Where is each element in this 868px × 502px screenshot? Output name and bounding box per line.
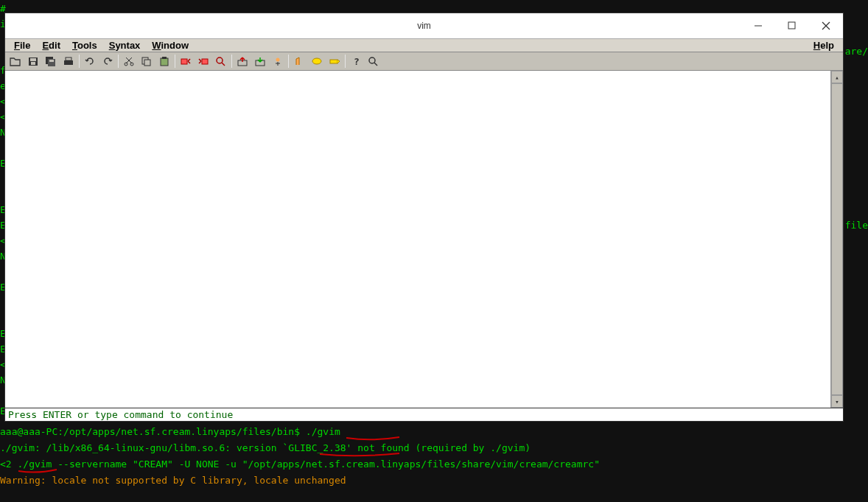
svg-rect-20 xyxy=(181,59,187,64)
svg-rect-30 xyxy=(330,60,337,63)
findhelp-icon[interactable] xyxy=(365,54,382,69)
svg-rect-10 xyxy=(64,60,73,65)
session-load-icon[interactable] xyxy=(234,54,251,69)
tags-icon[interactable] xyxy=(326,54,343,69)
svg-point-26 xyxy=(276,58,280,62)
svg-rect-17 xyxy=(144,60,150,66)
svg-point-32 xyxy=(369,57,375,63)
menu-window[interactable]: Window xyxy=(146,40,195,51)
shell-icon[interactable] xyxy=(308,54,326,69)
svg-text:?: ? xyxy=(354,56,360,66)
menu-syntax[interactable]: Syntax xyxy=(103,40,147,51)
replace-icon[interactable] xyxy=(212,54,230,69)
vim-window: vim File Edit Tools Syntax Window Help xyxy=(4,13,844,422)
svg-point-29 xyxy=(312,58,321,64)
svg-rect-1 xyxy=(788,22,795,29)
svg-line-23 xyxy=(222,63,225,66)
menu-help[interactable]: Help xyxy=(808,40,840,51)
menu-edit[interactable]: Edit xyxy=(36,40,66,51)
open-icon[interactable] xyxy=(7,54,24,69)
svg-rect-5 xyxy=(30,58,36,61)
maximize-button[interactable] xyxy=(775,13,809,38)
find-next-icon[interactable] xyxy=(195,54,212,69)
scroll-up-button[interactable]: ▴ xyxy=(831,71,843,83)
scroll-down-button[interactable]: ▾ xyxy=(831,395,843,408)
svg-rect-18 xyxy=(161,58,168,66)
svg-rect-6 xyxy=(31,62,35,65)
svg-rect-11 xyxy=(66,57,71,60)
print-icon[interactable] xyxy=(60,54,77,69)
svg-point-22 xyxy=(217,57,223,63)
saveall-icon[interactable] xyxy=(42,54,60,69)
titlebar: vim xyxy=(5,13,843,38)
scrollbar-vertical[interactable]: ▴ ▾ xyxy=(830,71,843,408)
command: ./gvim xyxy=(306,426,340,437)
cut-icon[interactable] xyxy=(120,54,138,69)
text-buffer[interactable] xyxy=(5,71,830,408)
editor-area[interactable]: ▴ ▾ xyxy=(5,71,843,408)
statusbar: Press ENTER or type command to continue xyxy=(5,408,843,421)
window-title: vim xyxy=(417,21,431,31)
terminal-output: aaa@aaa-PC:/opt/apps/net.sf.cream.linyap… xyxy=(0,424,600,489)
svg-rect-9 xyxy=(49,60,54,62)
find-prev-icon[interactable] xyxy=(177,54,195,69)
svg-rect-19 xyxy=(162,57,167,59)
paste-icon[interactable] xyxy=(155,54,173,69)
status-text: Press ENTER or type command to continue xyxy=(8,409,233,420)
svg-line-33 xyxy=(374,63,377,66)
svg-rect-21 xyxy=(202,59,208,64)
copy-icon[interactable] xyxy=(138,54,155,69)
undo-icon[interactable] xyxy=(81,54,99,69)
session-save-icon[interactable] xyxy=(251,54,269,69)
run-script-icon[interactable] xyxy=(269,54,287,69)
warning-line: Warning: locale not supported by C libra… xyxy=(0,473,600,489)
error-line: ./gvim: /lib/x86_64-linux-gnu/libm.so.6:… xyxy=(0,440,600,456)
menu-tools[interactable]: Tools xyxy=(66,40,103,51)
close-button[interactable] xyxy=(809,13,843,38)
redo-icon[interactable] xyxy=(99,54,116,69)
toolbar: ? xyxy=(5,52,843,71)
scroll-thumb[interactable] xyxy=(831,83,843,395)
menu-file[interactable]: File xyxy=(8,40,36,51)
make-icon[interactable] xyxy=(290,54,308,69)
help-icon[interactable]: ? xyxy=(347,54,365,69)
save-icon[interactable] xyxy=(24,54,42,69)
prompt: aaa@aaa-PC:/opt/apps/net.sf.cream.linyap… xyxy=(0,426,300,437)
exec-line: <2 ./gvim --servername "CREAM" -U NONE -… xyxy=(0,456,600,473)
menubar: File Edit Tools Syntax Window Help xyxy=(5,38,843,52)
minimize-button[interactable] xyxy=(741,13,775,38)
